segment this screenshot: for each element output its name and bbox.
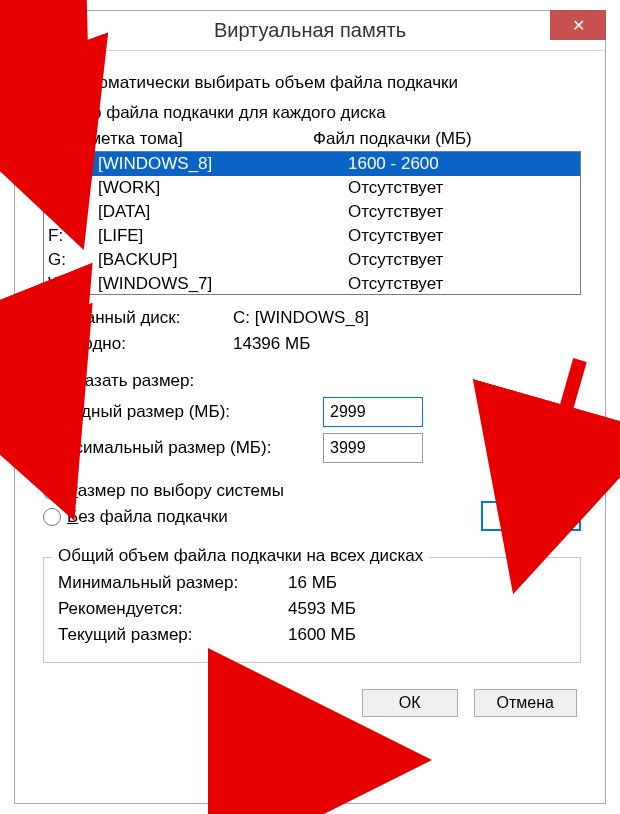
drive-row[interactable]: D:[WORK]Отсутствует (44, 176, 580, 200)
rec-size-label: Рекомендуется: (58, 596, 288, 622)
totals-groupbox: Общий объем файла подкачки на всех диска… (43, 557, 581, 663)
dialog-buttons: ОК Отмена (43, 689, 581, 717)
drive-letter: F: (48, 224, 98, 248)
drive-letter: C: (48, 152, 98, 176)
radio-none-label: Без файла подкачки (67, 507, 228, 527)
drive-label: [WORK] (98, 176, 348, 200)
min-size-label: Минимальный размер: (58, 570, 288, 596)
cur-size-label: Текущий размер: (58, 622, 288, 648)
drive-label: [DATA] (98, 200, 348, 224)
selected-drive-label: Выбранный диск: (43, 305, 233, 331)
initial-size-input[interactable] (323, 397, 423, 427)
cancel-button[interactable]: Отмена (474, 689, 577, 717)
drive-row[interactable]: C:[WINDOWS_8]1600 - 2600 (44, 152, 580, 176)
header-pagefile: Файл подкачки (МБ) (313, 129, 581, 149)
radio-custom-row: Указать размер: (43, 371, 581, 391)
close-icon: ✕ (572, 16, 585, 35)
drive-label: [BACKUP] (98, 248, 348, 272)
min-size-value: 16 МБ (288, 570, 566, 596)
cur-size-value: 1600 МБ (288, 622, 566, 648)
auto-manage-checkbox[interactable] (43, 73, 63, 93)
initial-size-label: Исходный размер (МБ): (43, 402, 323, 422)
auto-manage-row: Автоматически выбирать объем файла подка… (43, 73, 581, 93)
drive-label: [WINDOWS_8] (98, 152, 348, 176)
radio-system-label: Размер по выбору системы (67, 481, 284, 501)
radio-custom-size[interactable] (43, 372, 61, 390)
rec-size-value: 4593 МБ (288, 596, 566, 622)
drive-list[interactable]: C:[WINDOWS_8]1600 - 2600D:[WORK]Отсутств… (43, 151, 581, 295)
drive-letter: G: (48, 248, 98, 272)
drive-row[interactable]: W:[WINDOWS_7]Отсутствует (44, 272, 580, 295)
free-space-row: Свободно: 14396 МБ (43, 331, 581, 357)
selected-drive-row: Выбранный диск: C: [WINDOWS_8] (43, 305, 581, 331)
per-drive-label: Размер файла подкачки для каждого диска (43, 103, 581, 123)
free-space-label: Свободно: (43, 331, 233, 357)
max-size-label: Максимальный размер (МБ): (43, 438, 323, 458)
virtual-memory-dialog: Виртуальная память ✕ Автоматически выбир… (14, 10, 606, 804)
drive-row[interactable]: E:[DATA]Отсутствует (44, 200, 580, 224)
window-title: Виртуальная память (15, 19, 605, 42)
drive-list-header: Диск [метка тома] Файл подкачки (МБ) (43, 129, 581, 149)
selected-drive-value: C: [WINDOWS_8] (233, 305, 581, 331)
dialog-content: Автоматически выбирать объем файла подка… (15, 51, 605, 733)
drive-label: [WINDOWS_7] (98, 272, 348, 295)
drive-pagefile: 1600 - 2600 (348, 152, 576, 176)
initial-size-row: Исходный размер (МБ): (43, 397, 581, 427)
close-button[interactable]: ✕ (550, 10, 606, 40)
radio-custom-label: Указать размер: (67, 371, 194, 391)
drive-pagefile: Отсутствует (348, 248, 576, 272)
totals-legend: Общий объем файла подкачки на всех диска… (52, 546, 429, 566)
radio-system-row: Размер по выбору системы (43, 481, 581, 501)
drive-row[interactable]: F:[LIFE]Отсутствует (44, 224, 580, 248)
free-space-value: 14396 МБ (233, 331, 581, 357)
drive-pagefile: Отсутствует (348, 176, 576, 200)
drive-pagefile: Отсутствует (348, 224, 576, 248)
radio-no-pagefile[interactable] (43, 508, 61, 526)
drive-label: [LIFE] (98, 224, 348, 248)
drive-pagefile: Отсутствует (348, 200, 576, 224)
max-size-row: Максимальный размер (МБ): (43, 433, 581, 463)
drive-letter: W: (48, 272, 98, 295)
drive-pagefile: Отсутствует (348, 272, 576, 295)
drive-row[interactable]: G:[BACKUP]Отсутствует (44, 248, 580, 272)
drive-letter: D: (48, 176, 98, 200)
max-size-input[interactable] (323, 433, 423, 463)
auto-manage-label: Автоматически выбирать объем файла подка… (71, 73, 458, 93)
header-drive: Диск [метка тома] (43, 129, 313, 149)
set-button[interactable]: Задать (481, 501, 581, 531)
radio-system-size[interactable] (43, 482, 61, 500)
ok-button[interactable]: ОК (362, 689, 458, 717)
titlebar: Виртуальная память ✕ (15, 11, 605, 51)
drive-letter: E: (48, 200, 98, 224)
